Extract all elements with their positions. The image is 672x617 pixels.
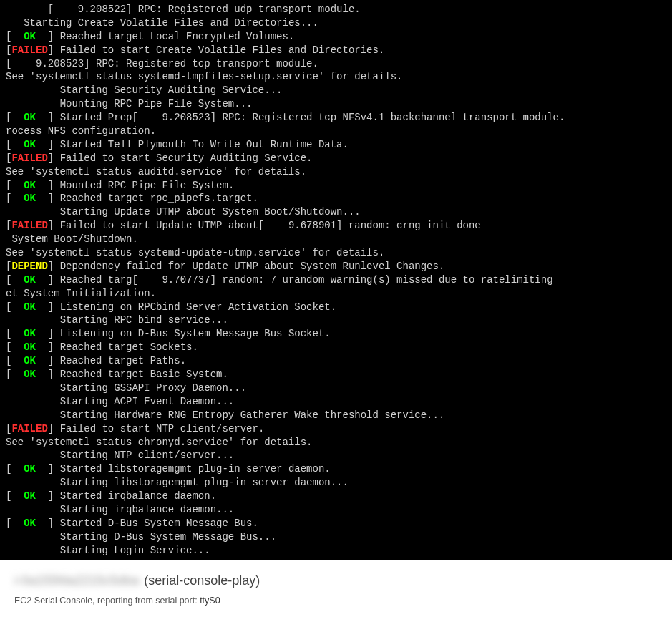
console-line: Starting ACPI Event Daemon... xyxy=(6,395,666,409)
console-line: [FAILED] Failed to start Security Auditi… xyxy=(6,152,666,165)
console-line: [ OK ] Started Tell Plymouth To Write Ou… xyxy=(6,138,666,152)
console-line: [ OK ] Reached target Paths. xyxy=(6,354,666,368)
console-line: [ OK ] Reached target Local Encrypted Vo… xyxy=(6,30,666,44)
console-line: Starting NTP client/server... xyxy=(6,449,666,462)
console-line: See 'systemctl status chronyd.service' f… xyxy=(6,436,666,450)
console-line: See 'systemctl status systemd-tmpfiles-s… xyxy=(6,70,666,84)
console-line: See 'systemctl status systemd-update-utm… xyxy=(6,246,666,260)
console-line: [ OK ] Reached target rpc_pipefs.target. xyxy=(6,192,666,205)
console-line: [FAILED] Failed to start Update UTMP abo… xyxy=(6,219,666,233)
console-line: Starting Update UTMP about System Boot/S… xyxy=(6,205,666,219)
status-depend: DEPEND xyxy=(11,261,47,272)
status-failed: FAILED xyxy=(11,152,47,164)
console-line: rocess NFS configuration. xyxy=(6,125,666,138)
console-line: Starting libstoragemgmt plug-in server d… xyxy=(6,476,666,490)
console-line: Starting Security Auditing Service... xyxy=(6,84,666,97)
instance-id-blurred: i-0a155fda2215c5dba xyxy=(14,573,139,588)
status-ok: OK xyxy=(11,328,47,339)
status-ok: OK xyxy=(11,518,47,529)
console-line: [ OK ] Mounted RPC Pipe File System. xyxy=(6,179,666,193)
console-line: Starting D-Bus System Message Bus... xyxy=(6,530,666,544)
console-footer: i-0a155fda2215c5dba (serial-console-play… xyxy=(0,560,672,614)
status-ok: OK xyxy=(11,139,47,150)
status-failed: FAILED xyxy=(11,220,47,231)
console-line: et System Initialization. xyxy=(6,287,666,301)
serial-port-value: ttyS0 xyxy=(200,596,220,606)
console-port-label: EC2 Serial Console, reporting from seria… xyxy=(14,596,658,606)
status-ok: OK xyxy=(11,301,47,313)
console-line: Starting Create Volatile Files and Direc… xyxy=(6,16,666,30)
instance-name: (serial-console-play) xyxy=(144,573,260,588)
console-line: [ 9.208523] RPC: Registered tcp transpor… xyxy=(6,57,666,71)
console-line: [ OK ] Listening on RPCbind Server Activ… xyxy=(6,301,666,314)
status-failed: FAILED xyxy=(11,423,47,434)
instance-title: i-0a155fda2215c5dba (serial-console-play… xyxy=(14,573,658,588)
console-line: [DEPEND] Dependency failed for Update UT… xyxy=(6,260,666,273)
console-line: Starting RPC bind service... xyxy=(6,314,666,327)
console-line: Starting irqbalance daemon... xyxy=(6,503,666,517)
console-line: [ OK ] Listening on D-Bus System Message… xyxy=(6,327,666,341)
console-line: [ 9.208522] RPC: Registered udp transpor… xyxy=(6,3,666,16)
console-line: [ OK ] Started libstoragemgmt plug-in se… xyxy=(6,462,666,476)
console-line: [ OK ] Started irqbalance daemon. xyxy=(6,490,666,503)
status-ok: OK xyxy=(11,369,47,380)
console-line: Starting Login Service... xyxy=(6,544,666,558)
status-ok: OK xyxy=(11,274,47,286)
console-line: [FAILED] Failed to start Create Volatile… xyxy=(6,44,666,57)
status-ok: OK xyxy=(11,180,47,191)
console-line: [ OK ] Started Prep[ 9.208523] RPC: Regi… xyxy=(6,111,666,125)
console-line: [ OK ] Reached target Sockets. xyxy=(6,341,666,354)
console-line: [ OK ] Reached target Basic System. xyxy=(6,368,666,382)
status-ok: OK xyxy=(11,112,47,123)
console-line: Starting Hardware RNG Entropy Gatherer W… xyxy=(6,409,666,422)
status-ok: OK xyxy=(11,463,47,475)
status-ok: OK xyxy=(11,355,47,366)
status-ok: OK xyxy=(11,193,47,204)
console-line: [ OK ] Reached targ[ 9.707737] random: 7… xyxy=(6,273,666,287)
status-failed: FAILED xyxy=(11,44,47,56)
console-line: [ OK ] Started D-Bus System Message Bus. xyxy=(6,517,666,530)
console-line: Starting GSSAPI Proxy Daemon... xyxy=(6,382,666,395)
console-line: See 'systemctl status auditd.service' fo… xyxy=(6,165,666,179)
status-ok: OK xyxy=(11,490,47,502)
console-line: System Boot/Shutdown. xyxy=(6,233,666,246)
console-line: [FAILED] Failed to start NTP client/serv… xyxy=(6,422,666,436)
serial-console-terminal[interactable]: [ 9.208522] RPC: Registered udp transpor… xyxy=(0,0,672,560)
console-line: Mounting RPC Pipe File System... xyxy=(6,97,666,111)
status-ok: OK xyxy=(11,31,47,42)
status-ok: OK xyxy=(11,341,47,353)
